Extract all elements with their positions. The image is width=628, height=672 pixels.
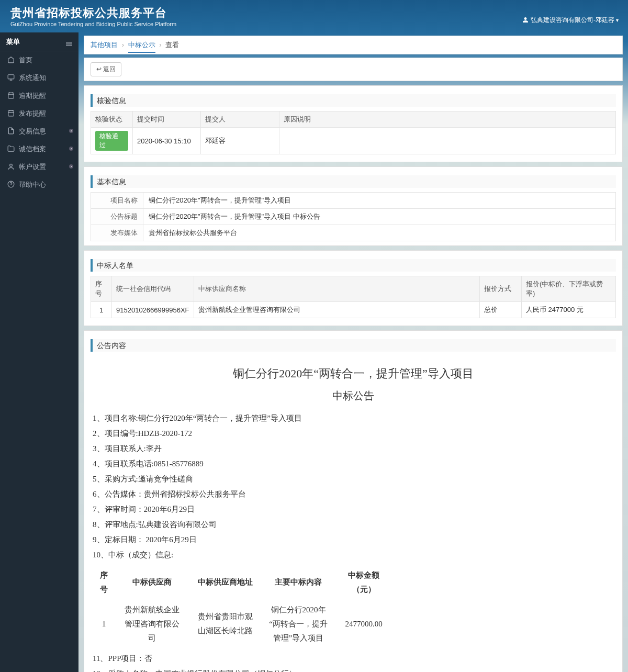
sidebar-item-label: 首页: [19, 56, 32, 64]
section-title-content: 公告内容: [91, 339, 616, 352]
announce-line: 2、项目编号:HDZB-2020-172: [93, 427, 614, 441]
announce-line: 11、PPP项目：否: [93, 652, 614, 666]
status-badge: 核验通过: [95, 131, 128, 151]
announce-line: 3、项目联系人:李丹: [93, 442, 614, 456]
announce-line: 1、项目名称:铜仁分行2020年“两转合一，提升管理”导入项目: [93, 411, 614, 425]
announce-line: 5、采购方式:邀请竞争性磋商: [93, 472, 614, 486]
table-row: 1 贵州新航线企业管理咨询有限公司 贵州省贵阳市观山湖区长岭北路 铜仁分行202…: [93, 600, 392, 648]
sidebar-item-label: 诚信档案: [19, 145, 46, 153]
sidebar-item-label: 系统通知: [19, 74, 46, 82]
home-icon: [6, 52, 16, 70]
announce-line: 9、定标日期： 2020年6月29日: [93, 533, 614, 547]
breadcrumb: 其他项目 › 中标公示 › 查看: [84, 36, 623, 54]
svg-rect-0: [8, 75, 14, 79]
section-title-basic: 基本信息: [91, 175, 616, 188]
sidebar-item-label: 逾期提醒: [19, 92, 46, 99]
help-icon: [6, 177, 16, 195]
svg-point-3: [10, 164, 13, 166]
chevron-right-icon: ›: [69, 147, 73, 151]
table-row: 1 91520102666999956XF 贵州新航线企业管理咨询有限公司 总价…: [91, 302, 616, 318]
page-header: 贵州省招标投标公共服务平台 GuiZhou Province Tendering…: [0, 0, 628, 32]
sidebar-item-label: 交易信息: [19, 127, 46, 135]
table-row: 核验通过 2020-06-30 15:10 邓廷容: [91, 128, 616, 154]
sidebar-item[interactable]: 交易信息›: [0, 122, 78, 140]
sidebar-item[interactable]: 发布提醒: [0, 105, 78, 122]
announce-line: 10、中标（成交）信息:: [93, 548, 614, 562]
chevron-right-icon: ›: [69, 164, 73, 169]
file-icon: [6, 124, 16, 141]
breadcrumb-level1[interactable]: 其他项目: [91, 41, 118, 49]
back-button[interactable]: ↩ 返回: [91, 62, 121, 76]
announce-line: 8、评审地点:弘典建设咨询有限公司: [93, 518, 614, 532]
sidebar-title: 菜单: [0, 32, 78, 51]
announce-line: 12、采购人名称：中国农业银行股份有限公司（铜仁分行）: [93, 667, 614, 672]
caret-down-icon: ▾: [616, 17, 619, 23]
winner-table: 序号 统一社会信用代码 中标供应商名称 报价方式 报价(中标价、下浮率或费率) …: [91, 276, 616, 318]
main-content: 其他项目 › 中标公示 › 查看 ↩ 返回 核验信息 核验状态 提交时间 提交人…: [78, 32, 628, 672]
basic-info-table: 项目名称铜仁分行2020年"两转合一，提升管理"导入项目 公告标题铜仁分行202…: [91, 192, 616, 241]
announce-line: 4、项目联系电话:0851-85776889: [93, 457, 614, 471]
announce-line: 6、公告媒体：贵州省招标投标公共服务平台: [93, 487, 614, 501]
svg-rect-1: [8, 93, 14, 98]
svg-rect-2: [8, 110, 14, 116]
section-title-winner: 中标人名单: [91, 259, 616, 272]
section-title-verify: 核验信息: [91, 94, 616, 107]
sidebar-item[interactable]: 系统通知: [0, 69, 78, 87]
sidebar-item[interactable]: 帮助中心: [0, 176, 78, 194]
sidebar-item[interactable]: 帐户设置›: [0, 158, 78, 176]
sidebar-item[interactable]: 逾期提醒: [0, 87, 78, 105]
calendar-icon: [6, 88, 16, 106]
sidebar-item-label: 帐户设置: [19, 163, 46, 171]
sidebar-item[interactable]: 首页: [0, 51, 78, 69]
sidebar-item-label: 帮助中心: [19, 181, 46, 188]
announce-subtitle: 中标公告: [93, 386, 614, 405]
sidebar: 菜单 首页系统通知逾期提醒发布提醒交易信息›诚信档案›帐户设置›帮助中心: [0, 32, 78, 672]
chevron-right-icon: ›: [69, 129, 73, 133]
monitor-icon: [6, 70, 16, 88]
verify-table: 核验状态 提交时间 提交人 原因说明 核验通过 2020-06-30 15:10…: [91, 111, 616, 154]
announce-inner-table: 序号 中标供应商 中标供应商地址 主要中标内容 中标金额（元） 1 贵州新航线企…: [93, 565, 392, 648]
sidebar-item-label: 发布提醒: [19, 109, 46, 117]
announce-line: 7、评审时间：2020年6月29日: [93, 502, 614, 517]
breadcrumb-level3: 查看: [165, 41, 179, 49]
user-dropdown[interactable]: 弘典建设咨询有限公司-邓廷容▾: [522, 16, 619, 25]
breadcrumb-level2[interactable]: 中标公示: [128, 41, 155, 53]
calendar-icon: [6, 106, 16, 124]
announce-title: 铜仁分行2020年“两转合一，提升管理”导入项目: [93, 363, 614, 384]
user-icon: [522, 17, 529, 23]
folder-icon: [6, 141, 16, 159]
sidebar-item[interactable]: 诚信档案›: [0, 140, 78, 158]
user-icon: [6, 159, 16, 177]
announcement-body: 铜仁分行2020年“两转合一，提升管理”导入项目 中标公告 1、项目名称:铜仁分…: [91, 356, 616, 672]
